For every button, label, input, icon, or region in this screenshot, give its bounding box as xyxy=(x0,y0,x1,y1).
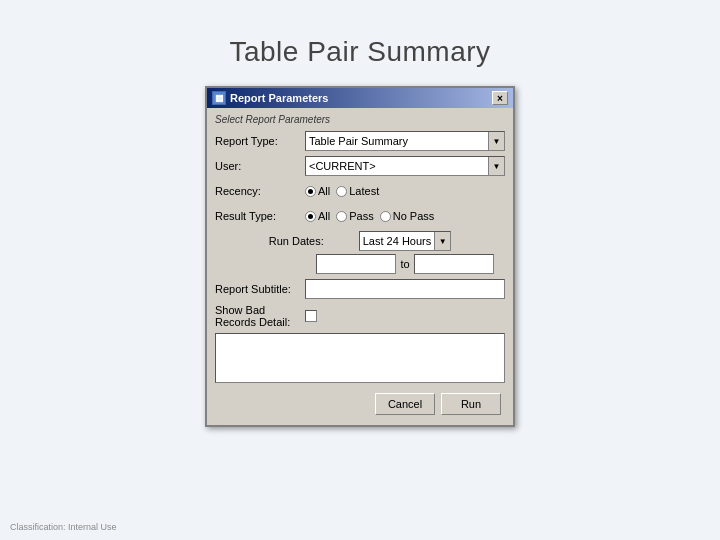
run-dates-dropdown[interactable]: Last 24 Hours ▼ xyxy=(359,231,451,251)
recency-latest-label: Latest xyxy=(349,185,379,197)
result-all-radio[interactable] xyxy=(305,211,316,222)
report-subtitle-label: Report Subtitle: xyxy=(215,283,305,295)
recency-row: Recency: All Latest xyxy=(215,181,505,201)
run-dates-first: Run Dates: Last 24 Hours ▼ xyxy=(269,231,451,251)
run-dates-second: to xyxy=(226,254,493,274)
user-label: User: xyxy=(215,160,305,172)
button-row: Cancel Run xyxy=(215,389,505,419)
user-value: <CURRENT> xyxy=(306,160,488,172)
result-nopass-radio[interactable] xyxy=(380,211,391,222)
show-bad-records-row: Show Bad Records Detail: xyxy=(215,304,505,328)
result-pass-radio[interactable] xyxy=(336,211,347,222)
dialog-title: Report Parameters xyxy=(230,92,328,104)
show-bad-records-label: Show Bad Records Detail: xyxy=(215,304,305,328)
to-label: to xyxy=(400,258,409,270)
dialog-body: Select Report Parameters Report Type: Ta… xyxy=(207,108,513,425)
dialog-icon: ▦ xyxy=(212,91,226,105)
report-type-value: Table Pair Summary xyxy=(306,135,488,147)
recency-latest-radio[interactable] xyxy=(336,186,347,197)
run-dates-row: Run Dates: Last 24 Hours ▼ to xyxy=(215,231,505,274)
page-title: Table Pair Summary xyxy=(0,0,720,68)
report-type-arrow[interactable]: ▼ xyxy=(488,132,504,150)
run-dates-label: Run Dates: xyxy=(269,235,359,247)
recency-all-radio[interactable] xyxy=(305,186,316,197)
section-label: Select Report Parameters xyxy=(215,114,505,125)
result-pass-label: Pass xyxy=(349,210,373,222)
recency-all-label: All xyxy=(318,185,330,197)
notes-area xyxy=(215,333,505,383)
result-type-row: Result Type: All Pass No Pass xyxy=(215,206,505,226)
report-type-dropdown[interactable]: Table Pair Summary ▼ xyxy=(305,131,505,151)
report-parameters-dialog: ▦ Report Parameters × Select Report Para… xyxy=(205,86,515,427)
run-dates-arrow[interactable]: ▼ xyxy=(434,232,450,250)
result-all-label: All xyxy=(318,210,330,222)
result-nopass-label: No Pass xyxy=(393,210,435,222)
result-nopass-item: No Pass xyxy=(380,210,435,222)
result-type-radio-group: All Pass No Pass xyxy=(305,210,505,222)
show-bad-records-checkbox[interactable] xyxy=(305,310,317,322)
run-dates-to-input[interactable] xyxy=(414,254,494,274)
close-button[interactable]: × xyxy=(492,91,508,105)
user-row: User: <CURRENT> ▼ xyxy=(215,156,505,176)
footer-text: Classification: Internal Use xyxy=(10,522,117,532)
run-button[interactable]: Run xyxy=(441,393,501,415)
titlebar-left: ▦ Report Parameters xyxy=(212,91,328,105)
result-type-label: Result Type: xyxy=(215,210,305,222)
recency-radio-group: All Latest xyxy=(305,185,505,197)
run-dates-from-input[interactable] xyxy=(316,254,396,274)
recency-all-item: All xyxy=(305,185,330,197)
report-subtitle-input[interactable] xyxy=(305,279,505,299)
result-pass-item: Pass xyxy=(336,210,373,222)
dialog-titlebar: ▦ Report Parameters × xyxy=(207,88,513,108)
cancel-button[interactable]: Cancel xyxy=(375,393,435,415)
result-all-item: All xyxy=(305,210,330,222)
report-type-label: Report Type: xyxy=(215,135,305,147)
report-subtitle-row: Report Subtitle: xyxy=(215,279,505,299)
report-type-row: Report Type: Table Pair Summary ▼ xyxy=(215,131,505,151)
recency-label: Recency: xyxy=(215,185,305,197)
user-arrow[interactable]: ▼ xyxy=(488,157,504,175)
user-dropdown[interactable]: <CURRENT> ▼ xyxy=(305,156,505,176)
recency-latest-item: Latest xyxy=(336,185,379,197)
run-dates-value: Last 24 Hours xyxy=(360,235,434,247)
